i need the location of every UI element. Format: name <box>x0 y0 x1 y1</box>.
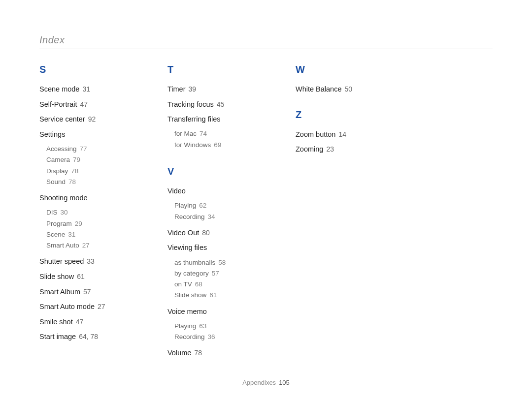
sub-sound: Sound78 <box>46 177 138 187</box>
entry-page: 61 <box>77 273 85 280</box>
entry-page: 33 <box>87 257 95 265</box>
entry-self-portrait: Self-Portrait47 <box>39 99 138 110</box>
entry-slide-show: Slide show61 <box>39 272 138 282</box>
letter-z: Z <box>296 109 394 121</box>
entry-label: Smart Auto mode <box>39 303 95 310</box>
footer-label: Appendixes <box>242 379 276 386</box>
entry-white-balance: White Balance50 <box>296 84 394 94</box>
sub-for-windows: for Windows69 <box>174 140 266 150</box>
sub-label: Smart Auto <box>46 242 79 249</box>
entry-shutter-speed: Shutter speed33 <box>39 256 138 267</box>
entry-page: 31 <box>82 85 90 93</box>
sub-page: 78 <box>71 167 78 175</box>
sub-vm-recording: Recording36 <box>174 332 266 342</box>
entry-label: Shooting mode <box>39 194 88 202</box>
sub-label: as thumbnails <box>174 259 215 266</box>
entry-label: Video <box>167 187 186 195</box>
footer-page: 105 <box>279 379 290 386</box>
entry-service-center: Service center92 <box>39 114 138 124</box>
sub-display: Display78 <box>46 166 138 176</box>
sub-page: 58 <box>218 259 226 266</box>
sub-label: Sound <box>46 178 66 185</box>
sub-label: Scene <box>46 231 65 238</box>
entry-label: Transferring files <box>167 115 220 123</box>
entry-label: Smart Album <box>39 288 80 296</box>
sub-label: Playing <box>174 202 196 209</box>
sub-smart-auto: Smart Auto27 <box>46 241 138 250</box>
entry-page: 45 <box>217 100 225 108</box>
entry-label: Settings <box>39 130 65 138</box>
entry-viewing-files: Viewing files as thumbnails58 by categor… <box>167 243 266 300</box>
sub-page: 77 <box>80 145 87 153</box>
sub-camera: Camera79 <box>46 155 138 165</box>
sub-video-recording: Recording34 <box>174 212 266 222</box>
sub-page: 57 <box>212 270 219 277</box>
footer: Appendixes105 <box>0 379 532 386</box>
entry-page: 57 <box>83 288 91 296</box>
entry-page: 47 <box>76 318 84 326</box>
entry-label: Smile shot <box>39 318 73 326</box>
entry-label: Voice memo <box>167 308 207 315</box>
sub-for-mac: for Mac74 <box>174 129 266 139</box>
sub-label: Program <box>46 220 72 227</box>
sub-label: for Windows <box>174 141 211 149</box>
entry-page: 78 <box>194 349 202 357</box>
sub-label: Playing <box>174 322 196 330</box>
entry-scene-mode: Scene mode31 <box>39 84 138 94</box>
sub-label: by category <box>174 270 209 277</box>
sub-label: for Mac <box>174 130 197 137</box>
sub-accessing: Accessing77 <box>46 144 138 154</box>
sub-video-playing: Playing62 <box>174 201 266 211</box>
sub-scene: Scene31 <box>46 230 138 240</box>
entry-label: White Balance <box>296 85 342 93</box>
sub-page: 27 <box>82 242 90 249</box>
sub-vm-playing: Playing63 <box>174 321 266 331</box>
entry-label: Tracking focus <box>167 100 214 108</box>
entry-zoom-button: Zoom button14 <box>296 129 394 140</box>
entry-smart-album: Smart Album57 <box>39 287 138 297</box>
entry-label: Start image <box>39 333 76 340</box>
entry-page: 92 <box>88 115 96 123</box>
entry-label: Video Out <box>167 229 199 237</box>
entry-label: Viewing files <box>167 244 207 251</box>
entry-page: 47 <box>80 100 88 108</box>
col-wz: W White Balance50 Z Zoom button14 Zoomin… <box>296 64 394 363</box>
sub-label: Recording <box>174 213 205 220</box>
sub-page: 78 <box>68 178 76 185</box>
entry-timer: Timer39 <box>167 84 266 94</box>
sub-program: Program29 <box>46 219 138 229</box>
sub-label: Camera <box>46 156 70 163</box>
sub-page: 31 <box>68 231 75 238</box>
sub-label: on TV <box>174 280 192 288</box>
entry-page: 64, 78 <box>79 333 98 340</box>
entry-label: Shutter speed <box>39 257 84 265</box>
entry-label: Scene mode <box>39 85 79 93</box>
entry-start-image: Start image64, 78 <box>39 332 138 342</box>
col-tv: T Timer39 Tracking focus45 Transferring … <box>167 64 266 363</box>
sub-label: DIS <box>46 209 58 216</box>
entry-video: Video Playing62 Recording34 <box>167 186 266 222</box>
entry-shooting-mode: Shooting mode DIS30 Program29 Scene31 Sm… <box>39 193 138 250</box>
entry-page: 50 <box>345 85 353 93</box>
sub-page: 63 <box>199 322 206 330</box>
sub-page: 30 <box>61 209 68 216</box>
entry-label: Zoom button <box>296 130 335 138</box>
entry-smile-shot: Smile shot47 <box>39 317 138 327</box>
sub-label: Display <box>46 167 68 175</box>
entry-label: Timer <box>167 85 186 93</box>
entry-smart-auto-mode: Smart Auto mode27 <box>39 302 138 312</box>
sub-label: Slide show <box>174 291 206 299</box>
entry-label: Volume <box>167 349 191 357</box>
sub-as-thumbnails: as thumbnails58 <box>174 258 266 268</box>
sub-page: 61 <box>209 291 217 299</box>
entry-label: Zooming <box>296 145 323 153</box>
sub-by-category: by category57 <box>174 269 266 278</box>
page-title: Index <box>39 34 493 49</box>
entry-page: 14 <box>338 130 346 138</box>
sub-page: 74 <box>200 130 207 137</box>
sub-page: 36 <box>208 333 215 340</box>
sub-label: Recording <box>174 333 205 340</box>
col-s: S Scene mode31 Self-Portrait47 Service c… <box>39 64 138 363</box>
sub-page: 29 <box>75 220 82 227</box>
letter-t: T <box>167 64 266 75</box>
